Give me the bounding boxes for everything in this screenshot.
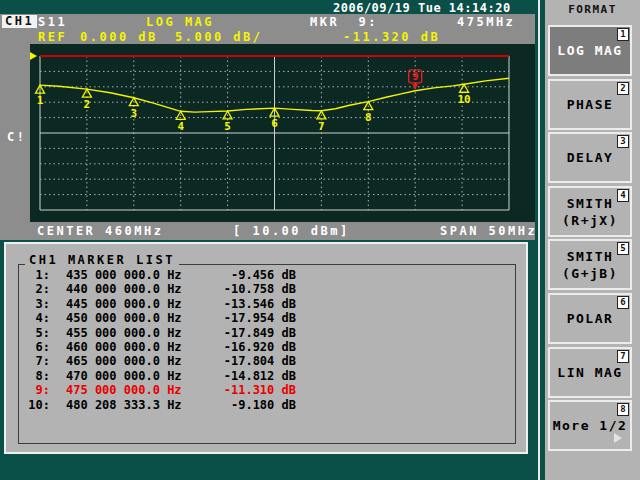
softkey-number-badge: 3 bbox=[617, 135, 629, 148]
softkey-menu: FORMAT 1LOG MAG2PHASE3DELAY4SMITH (R+jX)… bbox=[545, 0, 640, 480]
softkey-smith-r-jx-[interactable]: 4SMITH (R+jX) bbox=[548, 186, 632, 237]
marker-list-row-6: 6:460 000 000.0 Hz-16.920 dB bbox=[18, 340, 296, 354]
power-level-label: [ 10.00 dBm] bbox=[233, 224, 350, 238]
marker-value: -9.180 dB bbox=[184, 398, 296, 412]
marker-index: 3: bbox=[18, 297, 50, 311]
marker-readout-frequency: 475MHz bbox=[457, 15, 515, 29]
softkey-log-mag[interactable]: 1LOG MAG bbox=[548, 25, 632, 76]
softkey-number-badge: 4 bbox=[617, 189, 629, 202]
softkey-label: More 1/2 bbox=[553, 417, 628, 434]
marker-frequency: 480 208 333.3 Hz bbox=[66, 398, 184, 412]
marker-list-row-1: 1:435 000 000.0 Hz-9.456 dB bbox=[18, 268, 296, 282]
center-frequency-label: CENTER 460MHz bbox=[37, 224, 163, 238]
softkey-delay[interactable]: 3DELAY bbox=[548, 132, 632, 183]
softkey-label: SMITH (R+jX) bbox=[562, 195, 618, 229]
marker-index: 1: bbox=[18, 268, 50, 282]
marker-value: -11.310 dB bbox=[184, 383, 296, 397]
svg-text:7: 7 bbox=[318, 120, 325, 133]
marker-frequency: 440 000 000.0 Hz bbox=[66, 282, 184, 296]
marker-list-row-10: 10:480 208 333.3 Hz-9.180 dB bbox=[18, 398, 296, 412]
softkey-number-badge: 1 bbox=[617, 28, 629, 41]
svg-text:4: 4 bbox=[177, 120, 184, 133]
more-menu-arrow-icon bbox=[614, 433, 622, 443]
correction-status-flag: C! bbox=[7, 130, 26, 144]
marker-list-title: CH1 MARKER LIST bbox=[25, 253, 179, 267]
softkey-label: POLAR bbox=[567, 310, 614, 327]
marker-value: -9.456 dB bbox=[184, 268, 296, 282]
softkey-label: LOG MAG bbox=[557, 42, 622, 59]
softkey-label: SMITH (G+jB) bbox=[562, 248, 618, 282]
softkey-number-badge: 5 bbox=[617, 242, 629, 255]
ref-value: 0.000 dB bbox=[80, 30, 158, 44]
softkey-polar[interactable]: 6POLAR bbox=[548, 293, 632, 344]
softkey-lin-mag[interactable]: 7LIN MAG bbox=[548, 347, 632, 398]
trace-marker-9: 9 bbox=[409, 70, 422, 90]
trace-header-bar: CH1 S11 LOG MAG MKR 9: 475MHz REF 0.000 … bbox=[0, 14, 535, 44]
softkey-number-badge: 2 bbox=[617, 82, 629, 95]
marker-index: 8: bbox=[18, 369, 50, 383]
softkey-number-badge: 8 bbox=[617, 403, 629, 416]
marker-value: -16.920 dB bbox=[184, 340, 296, 354]
marker-value: -17.804 dB bbox=[184, 354, 296, 368]
marker-value: -17.954 dB bbox=[184, 311, 296, 325]
softkey-label: DELAY bbox=[567, 149, 614, 166]
channel-indicator: CH1 bbox=[2, 15, 37, 28]
format-label: LOG MAG bbox=[146, 15, 214, 29]
span-label: SPAN 50MHz bbox=[440, 224, 537, 238]
measurement-label: S11 bbox=[38, 15, 67, 29]
graph-screen: 12345678910 bbox=[30, 44, 535, 222]
marker-value: -10.758 dB bbox=[184, 282, 296, 296]
marker-readout-value: -11.320 dB bbox=[343, 30, 440, 44]
svg-text:3: 3 bbox=[130, 107, 137, 120]
trace-marker-10: 10 bbox=[457, 84, 470, 106]
softkey-label: LIN MAG bbox=[557, 364, 622, 381]
marker-value: -17.849 dB bbox=[184, 326, 296, 340]
ref-label: REF bbox=[38, 30, 67, 44]
marker-index: 2: bbox=[18, 282, 50, 296]
marker-list-panel: CH1 MARKER LIST 1:435 000 000.0 Hz-9.456… bbox=[4, 242, 528, 454]
svg-text:6: 6 bbox=[271, 117, 278, 130]
svg-text:10: 10 bbox=[457, 93, 470, 106]
marker-list-row-2: 2:440 000 000.0 Hz-10.758 dB bbox=[18, 282, 296, 296]
softkey-smith-g-jb-[interactable]: 5SMITH (G+jB) bbox=[548, 239, 632, 290]
ref-level-pointer-icon bbox=[30, 52, 37, 60]
marker-index: 10: bbox=[18, 398, 50, 412]
marker-frequency: 465 000 000.0 Hz bbox=[66, 354, 184, 368]
softkey-number-badge: 7 bbox=[617, 350, 629, 363]
marker-value: -14.812 dB bbox=[184, 369, 296, 383]
marker-frequency: 435 000 000.0 Hz bbox=[66, 268, 184, 282]
softkey-menu-title: FORMAT bbox=[545, 3, 640, 16]
trace-marker-8: 8 bbox=[364, 102, 373, 124]
marker-list-row-5: 5:455 000 000.0 Hz-17.849 dB bbox=[18, 326, 296, 340]
svg-text:8: 8 bbox=[365, 111, 372, 124]
marker-list-row-9: 9:475 000 000.0 Hz-11.310 dB bbox=[18, 383, 296, 397]
marker-frequency: 475 000 000.0 Hz bbox=[66, 383, 184, 397]
marker-value: -13.546 dB bbox=[184, 297, 296, 311]
marker-readout-label: MKR 9: bbox=[310, 15, 378, 29]
marker-frequency: 455 000 000.0 Hz bbox=[66, 326, 184, 340]
svg-text:2: 2 bbox=[84, 98, 91, 111]
marker-list-row-3: 3:445 000 000.0 Hz-13.546 dB bbox=[18, 297, 296, 311]
softkey-more-1-2[interactable]: 8More 1/2 bbox=[548, 400, 632, 451]
trace-marker-5: 5 bbox=[223, 111, 232, 133]
svg-text:1: 1 bbox=[37, 94, 44, 107]
marker-index: 7: bbox=[18, 354, 50, 368]
marker-list-row-4: 4:450 000 000.0 Hz-17.954 dB bbox=[18, 311, 296, 325]
marker-index: 5: bbox=[18, 326, 50, 340]
marker-frequency: 460 000 000.0 Hz bbox=[66, 340, 184, 354]
marker-index: 4: bbox=[18, 311, 50, 325]
marker-list-row-7: 7:465 000 000.0 Hz-17.804 dB bbox=[18, 354, 296, 368]
graph-plot: 12345678910 bbox=[30, 44, 535, 222]
marker-frequency: 445 000 000.0 Hz bbox=[66, 297, 184, 311]
screen-sidebar-divider bbox=[538, 0, 540, 480]
softkey-number-badge: 6 bbox=[617, 296, 629, 309]
svg-text:5: 5 bbox=[224, 120, 231, 133]
softkey-phase[interactable]: 2PHASE bbox=[548, 79, 632, 130]
scale-per-div-value: 5.000 dB/ bbox=[175, 30, 263, 44]
marker-index: 9: bbox=[18, 383, 50, 397]
datetime-display: 2006/09/19 Tue 14:14:20 bbox=[333, 1, 511, 15]
marker-frequency: 470 000 000.0 Hz bbox=[66, 369, 184, 383]
marker-list-rows: 1:435 000 000.0 Hz-9.456 dB2:440 000 000… bbox=[18, 268, 296, 412]
screen-frame: CH1 S11 LOG MAG MKR 9: 475MHz REF 0.000 … bbox=[0, 14, 535, 240]
stimulus-bar: CENTER 460MHz [ 10.00 dBm] SPAN 50MHz bbox=[0, 224, 535, 240]
